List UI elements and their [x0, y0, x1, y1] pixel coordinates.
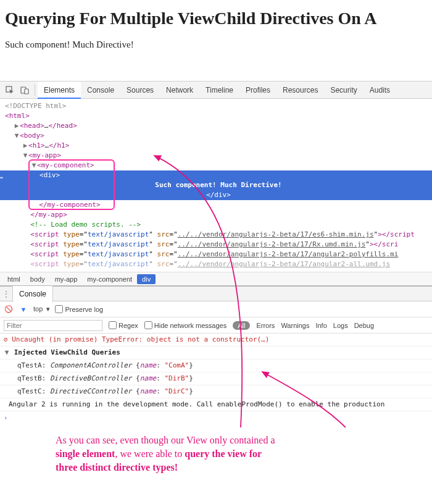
console-prompt-icon[interactable]: › — [0, 411, 432, 425]
gutter-dots-icon: ⋯ — [0, 173, 4, 183]
annotation-text: As you can see, even though our View onl… — [0, 425, 432, 487]
console-line-1[interactable]: qTestB: DirectiveBController {name: "Dir… — [0, 372, 432, 385]
preserve-log-checkbox[interactable]: Preserve log — [55, 305, 103, 313]
crumb-div[interactable]: div — [137, 274, 156, 284]
console-line-0[interactable]: qTestA: ComponentAController {name: "Com… — [0, 359, 432, 372]
dom-mycomponent-open[interactable]: ▼<my-component> — [5, 161, 432, 170]
crumb-myapp[interactable]: my-app — [50, 274, 83, 284]
dom-script-2[interactable]: <script type="text/javascript" src="../.… — [5, 250, 432, 259]
filter-funnel-icon[interactable]: ▼ — [19, 306, 28, 313]
console-error-text: Uncaught (in promise) TypeError: object … — [12, 335, 269, 343]
console-filter-row: Regex Hide network messages All Errors W… — [0, 317, 432, 334]
tab-resources[interactable]: Resources — [276, 82, 324, 99]
level-warnings[interactable]: Warnings — [281, 322, 309, 329]
crumb-html[interactable]: html — [2, 274, 25, 284]
dom-script-3[interactable]: <script type="text/javascript" src="../.… — [5, 259, 432, 269]
dom-selected-text: Such component! Much Directive! — [5, 180, 432, 190]
dom-head[interactable]: ▶<head>…</head> — [5, 121, 432, 131]
dom-script-0[interactable]: <script type="text/javascript" src="../.… — [5, 230, 432, 240]
dom-body-open[interactable]: ▼<body> — [5, 131, 432, 141]
level-debug[interactable]: Debug — [354, 322, 374, 329]
devtools-tabrow: Elements Console Sources Network Timelin… — [0, 82, 432, 99]
console-group-header[interactable]: ▼ Injected ViewChild Queries — [0, 346, 432, 359]
level-all[interactable]: All — [233, 321, 250, 330]
level-logs[interactable]: Logs — [333, 322, 348, 329]
console-output: ⊘ Uncaught (in promise) TypeError: objec… — [0, 334, 432, 425]
console-group-label: Injected ViewChild Queries — [14, 348, 120, 356]
tab-console[interactable]: Console — [81, 82, 120, 99]
error-icon: ⊘ — [4, 335, 8, 343]
console-footer-row: Angular 2 is running in the development … — [0, 398, 432, 411]
tab-profiles[interactable]: Profiles — [239, 82, 276, 99]
crumb-mycomponent[interactable]: my-component — [82, 274, 137, 284]
dom-comment: <!-- Load demo scripts. --> — [5, 220, 432, 230]
hide-network-checkbox[interactable]: Hide network messages — [144, 321, 226, 329]
tab-elements[interactable]: Elements — [38, 82, 81, 99]
console-error-row[interactable]: ⊘ Uncaught (in promise) TypeError: objec… — [0, 334, 432, 346]
tab-security[interactable]: Security — [324, 82, 363, 99]
console-footer-text: Angular 2 is running in the development … — [9, 400, 384, 408]
dom-selected-node[interactable]: ⋯ <div> Such component! Much Directive! … — [0, 170, 432, 200]
filter-input[interactable] — [4, 320, 102, 331]
clear-console-icon[interactable]: 🚫 — [4, 305, 14, 313]
drawer-tab-console[interactable]: Console — [12, 286, 53, 302]
chevron-down-icon: ▼ — [4, 347, 10, 358]
dom-mycomponent-close[interactable]: </my-component> — [5, 200, 432, 210]
crumb-body[interactable]: body — [25, 274, 50, 284]
dom-myapp-close[interactable]: </my-app> — [5, 210, 432, 220]
tab-timeline[interactable]: Timeline — [199, 82, 239, 99]
dom-script-1[interactable]: <script type="text/javascript" src="../.… — [5, 240, 432, 250]
drawer-tabrow: ⋮ Console — [0, 285, 432, 301]
separator — [35, 85, 35, 96]
dom-h1[interactable]: ▶<h1>…</h1> — [5, 141, 432, 151]
level-errors[interactable]: Errors — [256, 322, 275, 329]
dom-tree[interactable]: <!DOCTYPE html> <html> ▶<head>…</head> ▼… — [0, 99, 432, 272]
context-selector[interactable]: top ▾ — [33, 305, 50, 313]
svg-rect-2 — [25, 89, 28, 94]
console-controls: 🚫 ▼ top ▾ Preserve log — [0, 301, 432, 317]
dom-doctype: <!DOCTYPE html> — [5, 101, 432, 111]
regex-checkbox[interactable]: Regex — [109, 321, 138, 329]
breadcrumb: html body my-app my-component div — [0, 272, 432, 285]
dom-myapp-open[interactable]: ▼<my-app> — [5, 151, 432, 161]
drawer-drag-icon[interactable]: ⋮ — [0, 290, 12, 298]
devtools-panel: Elements Console Sources Network Timelin… — [0, 81, 432, 487]
inspect-icon[interactable] — [2, 83, 17, 98]
page-subtitle: Such component! Much Directive! — [5, 40, 427, 50]
console-line-2[interactable]: qTestC: DirectiveCController {name: "Dir… — [0, 385, 432, 398]
tab-network[interactable]: Network — [160, 82, 199, 99]
device-icon[interactable] — [17, 83, 32, 98]
page-title: Querying For Multiple ViewChild Directiv… — [5, 9, 427, 28]
dom-html-open[interactable]: <html> — [5, 111, 432, 121]
tab-sources[interactable]: Sources — [120, 82, 160, 99]
tab-audits[interactable]: Audits — [363, 82, 396, 99]
level-info[interactable]: Info — [315, 322, 326, 329]
